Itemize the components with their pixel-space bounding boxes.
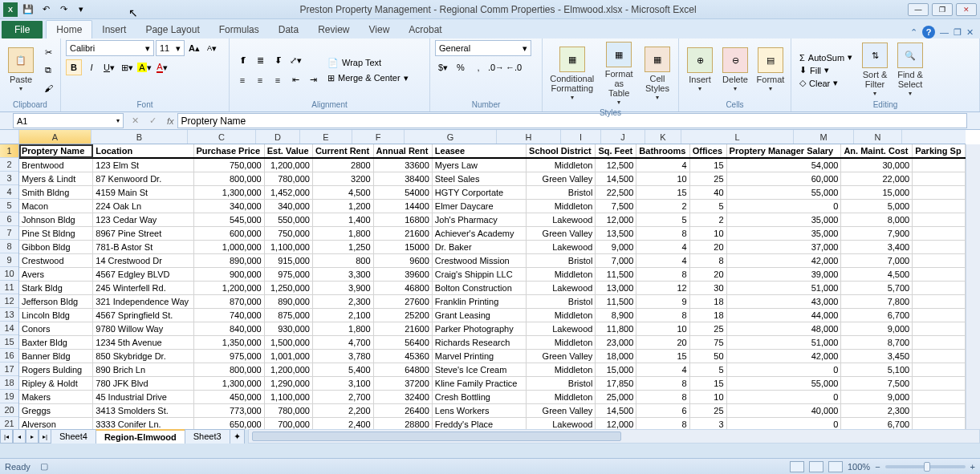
format-painter-button[interactable]: 🖌	[40, 80, 56, 96]
row-header[interactable]: 9	[0, 253, 18, 267]
save-icon[interactable]: 💾	[21, 2, 35, 17]
column-header[interactable]: M	[794, 130, 854, 144]
enter-formula-icon[interactable]: ✓	[144, 113, 161, 129]
column-header[interactable]: H	[497, 130, 561, 144]
sort-filter-button[interactable]: ⇅Sort & Filter▾	[859, 41, 891, 99]
row-header[interactable]: 8	[0, 240, 18, 253]
align-middle-button[interactable]: ≣	[252, 53, 268, 69]
number-format-selector[interactable]: General▾	[435, 40, 531, 56]
row-header[interactable]: 13	[0, 308, 18, 322]
wrap-text-button[interactable]: 📄 Wrap Text	[324, 57, 412, 69]
minimize-ribbon-icon[interactable]: ⌃	[910, 27, 917, 38]
macro-record-icon[interactable]: ▢	[40, 461, 48, 472]
first-sheet-button[interactable]: |◂	[0, 429, 13, 444]
autosum-button[interactable]: Σ AutoSum ▾	[796, 51, 856, 63]
clear-button[interactable]: ◇ Clear ▾	[796, 77, 856, 89]
row-header[interactable]: 7	[0, 226, 18, 240]
grow-font-button[interactable]: A▴	[186, 40, 202, 56]
page-layout-tab[interactable]: Page Layout	[136, 21, 209, 38]
comma-button[interactable]: ,	[470, 59, 486, 75]
redo-icon[interactable]: ↷	[56, 2, 71, 17]
column-header[interactable]: D	[256, 130, 300, 144]
column-header[interactable]: I	[561, 130, 601, 144]
sheet-tab[interactable]: Sheet4	[51, 429, 96, 444]
row-header[interactable]: 14	[0, 322, 18, 335]
row-header[interactable]: 15	[0, 335, 18, 349]
sheet-tab[interactable]: Region-Elmwood	[96, 429, 185, 444]
page-layout-view-button[interactable]	[809, 461, 823, 472]
review-tab[interactable]: Review	[308, 21, 359, 38]
cancel-formula-icon[interactable]: ✕	[127, 113, 143, 129]
next-sheet-button[interactable]: ▸	[26, 429, 39, 444]
row-header[interactable]: 5	[0, 199, 18, 213]
row-header[interactable]: 2	[0, 158, 18, 172]
find-select-button[interactable]: 🔍Find & Select▾	[894, 41, 926, 99]
new-sheet-button[interactable]: ✦	[230, 429, 245, 444]
font-color-button[interactable]: A▾	[154, 59, 170, 75]
column-header[interactable]: A	[19, 130, 91, 144]
merge-center-button[interactable]: ⊞ Merge & Center ▾	[324, 72, 412, 84]
name-box[interactable]: A1▾	[13, 113, 124, 128]
window-close-icon[interactable]: ✕	[966, 27, 974, 38]
shrink-font-button[interactable]: A▾	[204, 40, 220, 56]
undo-icon[interactable]: ↶	[39, 2, 53, 17]
data-tab[interactable]: Data	[269, 21, 308, 38]
last-sheet-button[interactable]: ▸|	[39, 429, 51, 444]
fill-color-button[interactable]: A▾	[136, 59, 152, 75]
fx-icon[interactable]: fx	[164, 116, 177, 126]
row-headers[interactable]: 12345678910111213141516171819202122	[0, 144, 19, 429]
column-headers[interactable]: ABCDEFGHIJKLMN	[19, 130, 966, 144]
row-header[interactable]: 11	[0, 281, 18, 294]
underline-button[interactable]: U▾	[101, 59, 117, 75]
format-as-table-button[interactable]: ▦Format as Table▾	[600, 40, 638, 108]
acrobat-tab[interactable]: Acrobat	[399, 21, 451, 38]
grid[interactable]: Proptery NameLocationPurchase PriceEst. …	[19, 144, 966, 429]
column-header[interactable]: J	[601, 130, 645, 144]
cut-button[interactable]: ✂	[40, 45, 56, 61]
align-top-button[interactable]: ⬆̄	[234, 53, 250, 69]
align-right-button[interactable]: ≡	[270, 72, 286, 88]
row-header[interactable]: 3	[0, 172, 18, 185]
percent-button[interactable]: %	[453, 59, 469, 75]
zoom-out-button[interactable]: −	[875, 462, 880, 472]
zoom-slider[interactable]	[885, 465, 966, 468]
home-tab[interactable]: Home	[46, 20, 92, 38]
delete-cells-button[interactable]: ⊖Delete▾	[719, 46, 751, 95]
currency-button[interactable]: $▾	[435, 59, 451, 75]
increase-indent-button[interactable]: ⇥	[305, 72, 321, 88]
normal-view-button[interactable]	[790, 461, 804, 472]
fill-button[interactable]: ⬇ Fill ▾	[796, 64, 856, 76]
help-icon[interactable]: ?	[922, 26, 935, 38]
row-header[interactable]: 20	[0, 403, 18, 417]
zoom-in-button[interactable]: +	[970, 462, 975, 472]
row-header[interactable]: 1	[0, 144, 18, 158]
decrease-indent-button[interactable]: ⇤	[287, 72, 303, 88]
column-header[interactable]: B	[91, 130, 188, 144]
column-header[interactable]: C	[188, 130, 256, 144]
align-bottom-button[interactable]: ⬇̄	[270, 53, 286, 69]
format-cells-button[interactable]: ▤Format▾	[754, 46, 787, 95]
vertical-scrollbar[interactable]	[966, 144, 980, 429]
row-header[interactable]: 4	[0, 185, 18, 199]
file-tab[interactable]: File	[2, 21, 43, 38]
row-header[interactable]: 18	[0, 376, 18, 390]
view-tab[interactable]: View	[360, 21, 400, 38]
paste-button[interactable]: 📋 Paste ▾	[5, 46, 37, 95]
column-header[interactable]: N	[854, 130, 902, 144]
decrease-decimal-button[interactable]: ←.0	[506, 59, 522, 75]
column-header[interactable]: E	[300, 130, 352, 144]
column-header[interactable]: F	[352, 130, 405, 144]
column-header[interactable]: G	[405, 130, 497, 144]
qat-more-icon[interactable]: ▾	[74, 2, 88, 17]
orientation-button[interactable]: ⤢▾	[287, 53, 303, 69]
horizontal-scrollbar[interactable]	[248, 429, 980, 444]
window-restore-icon[interactable]: ❐	[954, 27, 962, 38]
restore-button[interactable]: ❐	[932, 3, 953, 16]
row-header[interactable]: 17	[0, 363, 18, 376]
page-break-view-button[interactable]	[828, 461, 843, 472]
sheet-tab[interactable]: Sheet3	[185, 429, 230, 444]
font-name-selector[interactable]: Calibri▾	[66, 40, 154, 56]
column-header[interactable]: K	[645, 130, 681, 144]
row-header[interactable]: 16	[0, 349, 18, 363]
minimize-button[interactable]: —	[908, 3, 929, 16]
